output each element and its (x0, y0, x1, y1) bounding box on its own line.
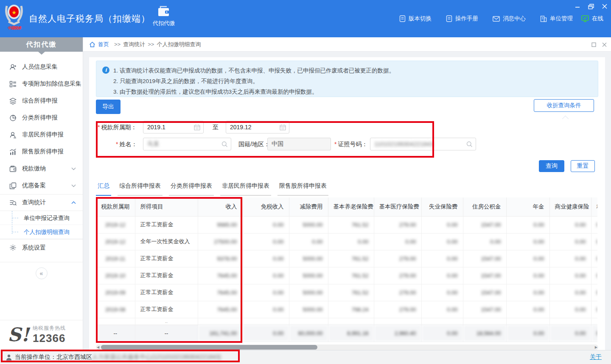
close-button[interactable] (601, 3, 608, 10)
cell: 5000.00 (289, 267, 328, 284)
cell: 279.00 (374, 216, 421, 233)
table-row: 2019-09正常工资薪金7645.000.005000.00761.52279… (96, 284, 597, 301)
sidebar-item-special-deduction[interactable]: 专项附加扣除信息采集 (0, 75, 83, 92)
sidebar-item-nonresident-income[interactable]: 非居民所得申报 (0, 126, 83, 143)
sidebar-item-label: 综合所得申报 (22, 97, 58, 105)
top-header: ★ 中国税务 自然人电子税务局（扣缴端） 代扣代缴 版本切换 操作手册 (0, 0, 611, 37)
scroll-left-icon[interactable]: ◀ (97, 345, 99, 350)
sidebar: 代扣代缴 人员信息采集 专项附加扣除信息采集 综合所得申报 分类所得申报 非居民… (0, 37, 83, 350)
collapse-query-button[interactable]: 收折查询条件 (534, 99, 594, 112)
column-header: 商业健康保险 (549, 197, 591, 216)
search-icon[interactable] (221, 141, 228, 147)
breadcrumb-home[interactable]: 首页 (98, 41, 109, 48)
column-header: 基本养老保险费 (328, 197, 374, 216)
bar-chart-icon (9, 148, 17, 156)
cell: 0.00 (421, 267, 463, 284)
minimize-button[interactable] (574, 3, 581, 10)
about-link[interactable]: 关于 (590, 353, 602, 361)
horizontal-scrollbar[interactable]: ◀ ▶ (96, 345, 598, 350)
search-icon[interactable] (466, 141, 473, 147)
cell (506, 318, 549, 325)
cell: 0.00 (591, 267, 597, 284)
wallet-icon (157, 6, 170, 17)
tab-0[interactable]: 汇总 (96, 182, 111, 196)
content-panel: i 1. 该查询统计表仅能查询已申报成功的数据，不包含未申报、申报失败，已申报但… (89, 57, 605, 350)
notice-line: 2. 只能查询2019年及之后的数据，不能进行跨年度查询。 (113, 76, 592, 86)
info-icon: i (102, 67, 109, 74)
breadcrumb-separator: >> (148, 41, 154, 47)
tab-2[interactable]: 分类所得申报表 (169, 182, 214, 196)
reset-button[interactable]: 重置 (571, 160, 595, 172)
sidebar-item-label: 系统设置 (22, 244, 46, 252)
table-row: 2019-11正常工资薪金9378.000.005000.00761.52279… (96, 250, 597, 267)
period-from-input[interactable]: 2019.1 (143, 121, 204, 133)
sidebar-item-system-settings[interactable]: 系统设置 (0, 239, 83, 256)
sidebar-item-classified-income[interactable]: 分类所得申报 (0, 109, 83, 126)
column-header: 住房公积金 (463, 197, 506, 216)
cell: 5000.00 (289, 301, 328, 318)
cell: 2019-10 (96, 267, 135, 284)
menu-version-switch[interactable]: 版本切换 (399, 15, 432, 22)
calendar-icon[interactable] (194, 124, 200, 131)
submenu-item-unit-declaration-query[interactable]: 单位申报记录查询 (0, 211, 83, 225)
cell: 0.00 (591, 216, 597, 233)
maximize-view-icon[interactable] (591, 42, 596, 47)
cell: 0.00 (242, 325, 289, 342)
module-tab-daikou[interactable]: 代扣代缴 (148, 6, 180, 34)
cell: 2,960.40 (374, 325, 421, 342)
column-header: 减除费用 (289, 197, 328, 216)
cell: 1547.00 (463, 267, 506, 284)
menu-label: 操作手册 (455, 15, 478, 22)
cell: 2019-09 (96, 284, 135, 301)
cell (242, 318, 289, 325)
submenu-item-personal-withholding-query[interactable]: 个人扣缴明细查询 (0, 225, 83, 239)
scroll-right-icon[interactable]: ▶ (595, 345, 597, 350)
cell: 18,564.00 (463, 325, 506, 342)
close-view-icon[interactable] (602, 42, 607, 47)
menu-manual[interactable]: 操作手册 (446, 15, 478, 22)
person-icon (9, 131, 17, 139)
window-controls (574, 2, 608, 11)
restore-button[interactable] (587, 3, 595, 10)
sidebar-item-comprehensive-income[interactable]: 综合所得申报 (0, 92, 83, 109)
id-number-label: *证照号码： (334, 138, 367, 150)
tab-4[interactable]: 限售股所得申报表 (277, 182, 328, 196)
export-button[interactable]: 导出 (96, 100, 121, 114)
cell: 279.00 (374, 301, 421, 318)
column-header: 税 (591, 197, 597, 216)
app-window: ★ 中国税务 自然人电子税务局（扣缴端） 代扣代缴 版本切换 操作手册 (0, 0, 611, 364)
cell: 8,991.16 (328, 325, 374, 342)
sidebar-item-query-statistics[interactable]: 查询统计 (0, 194, 83, 211)
copy-icon (9, 182, 17, 189)
sidebar-item-label: 非居民所得申报 (22, 131, 64, 139)
id-number-input[interactable]: 110102199304221843 (370, 138, 476, 150)
period-to-input[interactable]: 2019.12 (226, 121, 289, 133)
cell: 761.52 (328, 216, 374, 233)
pie-chart-icon (9, 114, 17, 122)
menu-unit-management[interactable]: 单位管理 (540, 15, 573, 22)
sidebar-item-preferential-filing[interactable]: 优惠备案 (0, 177, 83, 194)
calendar-icon[interactable] (280, 124, 286, 131)
sidebar-item-tax-payment[interactable]: 税款缴纳 (0, 160, 83, 177)
tab-1[interactable]: 综合所得申报表 (118, 182, 163, 196)
cell: 0.00 (549, 250, 591, 267)
cell: 0.00 (549, 267, 591, 284)
menu-message-center[interactable]: 消息中心 (493, 15, 526, 22)
cell: 798.24 (328, 301, 374, 318)
cell (328, 318, 374, 325)
tab-3[interactable]: 非居民所得申报表 (220, 182, 271, 196)
sidebar-item-restricted-shares[interactable]: 限售股所得申报 (0, 143, 83, 160)
breadcrumb-level1[interactable]: 查询统计 (123, 41, 145, 48)
cell: 0.00 (463, 233, 506, 250)
cell (463, 318, 506, 325)
horizontal-scroll-thumb[interactable] (101, 345, 317, 350)
query-button[interactable]: 查询 (539, 160, 564, 172)
home-icon[interactable] (89, 42, 95, 47)
name-input[interactable]: 马某 (143, 138, 231, 150)
cell: 0.00 (506, 233, 549, 250)
cell: 0.00 (549, 325, 591, 342)
cell: 1547.00 (463, 250, 506, 267)
sidebar-item-personnel-info[interactable]: 人员信息采集 (0, 58, 83, 75)
menu-label: 消息中心 (503, 15, 526, 22)
sidebar-collapse-button[interactable]: « (36, 267, 48, 279)
